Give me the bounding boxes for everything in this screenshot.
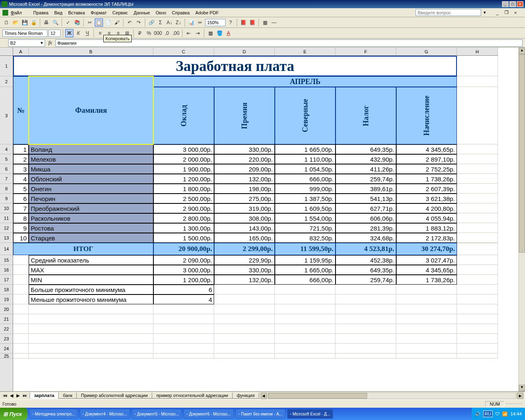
cell[interactable]: 1 387,50р. — [275, 194, 336, 203]
doc-minimize[interactable]: _ — [496, 10, 498, 15]
cell[interactable]: 1 159,95р. — [275, 255, 336, 265]
cell[interactable]: 1 665,00р. — [275, 144, 336, 154]
hyperlink-icon[interactable]: 🔗 — [147, 18, 155, 27]
cell[interactable] — [457, 194, 498, 203]
col-header[interactable]: C — [153, 48, 214, 56]
cut-icon[interactable]: ✂ — [86, 18, 94, 27]
cell[interactable]: 666,00р. — [275, 174, 336, 184]
cell[interactable] — [457, 174, 498, 184]
cell[interactable]: 4 345,65р. — [396, 144, 457, 154]
new-icon[interactable]: 🗋 — [2, 18, 11, 27]
cell[interactable] — [396, 344, 457, 354]
scroll-left-icon[interactable]: ◀ — [260, 393, 267, 399]
pdf-icon[interactable]: 📕 — [239, 18, 247, 27]
row-header[interactable]: 12 — [0, 223, 13, 233]
menu-format[interactable]: Формат — [91, 10, 107, 15]
tab-next-icon[interactable]: ▶ — [15, 393, 21, 398]
cell[interactable]: 1 200,00р. — [153, 275, 214, 285]
cell[interactable] — [29, 324, 153, 334]
permission-icon[interactable]: 🔒 — [30, 18, 38, 27]
menu-file[interactable]: Файл — [11, 10, 27, 15]
cell[interactable]: 2 500,00р. — [153, 194, 214, 203]
cell-name[interactable]: Раскольников — [29, 213, 153, 223]
cell[interactable] — [214, 334, 275, 344]
stat-label[interactable]: MAX — [29, 265, 153, 275]
header-nachislenie[interactable]: Начисление — [396, 87, 457, 144]
cell[interactable]: 1 110,00р. — [275, 154, 336, 164]
cell[interactable]: 411,26р. — [336, 164, 396, 174]
row-header[interactable]: 2 — [0, 76, 13, 87]
sheet-tab[interactable]: функция — [232, 393, 259, 399]
inc-indent-icon[interactable]: ⇥ — [194, 29, 202, 37]
cell[interactable] — [214, 354, 275, 358]
cell[interactable]: 259,74р. — [336, 174, 396, 184]
cell[interactable] — [396, 314, 457, 324]
taskbar-item[interactable]: ▫Документ4 - Microso... — [80, 409, 130, 419]
cell-name[interactable]: Воланд — [29, 144, 153, 154]
header-num[interactable]: № — [13, 76, 29, 144]
cell[interactable] — [457, 203, 498, 213]
cell[interactable]: 606,06р. — [336, 213, 396, 223]
cell[interactable]: 2 090,00р. — [153, 255, 214, 265]
cell[interactable] — [457, 265, 498, 275]
cell[interactable]: 541,13р. — [336, 194, 396, 203]
total-e[interactable]: 11 599,50р. — [275, 243, 336, 255]
cell[interactable]: 2 607,39р. — [396, 184, 457, 194]
font-color-icon[interactable]: A — [224, 29, 233, 37]
cell[interactable] — [153, 314, 214, 324]
extra-label[interactable]: Меньше прожиточного минимума — [29, 294, 153, 304]
cell-num[interactable]: 2 — [13, 154, 29, 164]
cell[interactable]: 4 345,65р. — [396, 265, 457, 275]
cell[interactable]: 4 200,80р. — [396, 203, 457, 213]
cell[interactable] — [457, 243, 498, 255]
header-premia[interactable]: Премия — [214, 87, 275, 144]
cell[interactable] — [396, 324, 457, 334]
currency-icon[interactable]: ₽ — [136, 29, 144, 37]
cell[interactable] — [457, 314, 498, 324]
cell-num[interactable]: 1 — [13, 144, 29, 154]
cell[interactable]: 324,68р. — [336, 233, 396, 243]
cell[interactable] — [275, 334, 336, 344]
cell[interactable] — [457, 223, 498, 233]
cell[interactable]: 2 800,00р. — [153, 213, 214, 223]
header-severnye[interactable]: Северные — [275, 87, 336, 144]
clock[interactable]: 14:44 — [510, 411, 522, 416]
col-header[interactable]: G — [396, 48, 457, 56]
preview-icon[interactable]: 🔍 — [51, 18, 59, 27]
cell[interactable]: 432,90р. — [336, 154, 396, 164]
total-g[interactable]: 30 274,70р. — [396, 243, 457, 255]
cell[interactable]: 319,00р. — [214, 203, 275, 213]
row-header[interactable]: 8 — [0, 184, 13, 194]
vertical-scrollbar[interactable]: ▲ ▼ — [518, 48, 525, 391]
row-header[interactable]: 15 — [0, 255, 13, 265]
cell[interactable]: 1 300,00р. — [153, 223, 214, 233]
col-header[interactable]: E — [275, 48, 336, 56]
cell[interactable]: 308,00р. — [214, 213, 275, 223]
cell[interactable] — [396, 304, 457, 314]
bold-button[interactable]: Ж — [65, 29, 73, 37]
cell[interactable] — [153, 334, 214, 344]
cell[interactable] — [457, 275, 498, 285]
cell[interactable]: 721,50р. — [275, 223, 336, 233]
lang-indicator[interactable]: RU — [483, 411, 493, 417]
row-header[interactable]: 19 — [0, 294, 13, 304]
cell[interactable] — [457, 87, 498, 144]
cell[interactable] — [457, 154, 498, 164]
cell[interactable]: 4 055,94р. — [396, 213, 457, 223]
cell[interactable]: 132,00р. — [214, 174, 275, 184]
cell[interactable] — [396, 354, 457, 358]
cell[interactable] — [275, 314, 336, 324]
cell[interactable]: 3 000,00р. — [153, 144, 214, 154]
cell[interactable]: 259,74р. — [336, 275, 396, 285]
row-header[interactable]: 18 — [0, 285, 13, 294]
cell[interactable]: 165,00р. — [214, 233, 275, 243]
taskbar-item[interactable]: ▫Методичка электро... — [29, 409, 78, 419]
research-icon[interactable]: 📚 — [73, 18, 81, 27]
cell[interactable]: 1 738,26р. — [396, 275, 457, 285]
cell[interactable]: 1 665,00р. — [275, 265, 336, 275]
cell[interactable] — [457, 294, 498, 304]
row-header[interactable]: 17 — [0, 275, 13, 285]
row-header[interactable]: 13 — [0, 233, 13, 243]
cell[interactable]: 3 621,38р. — [396, 194, 457, 203]
font-name-combo[interactable] — [2, 30, 48, 37]
